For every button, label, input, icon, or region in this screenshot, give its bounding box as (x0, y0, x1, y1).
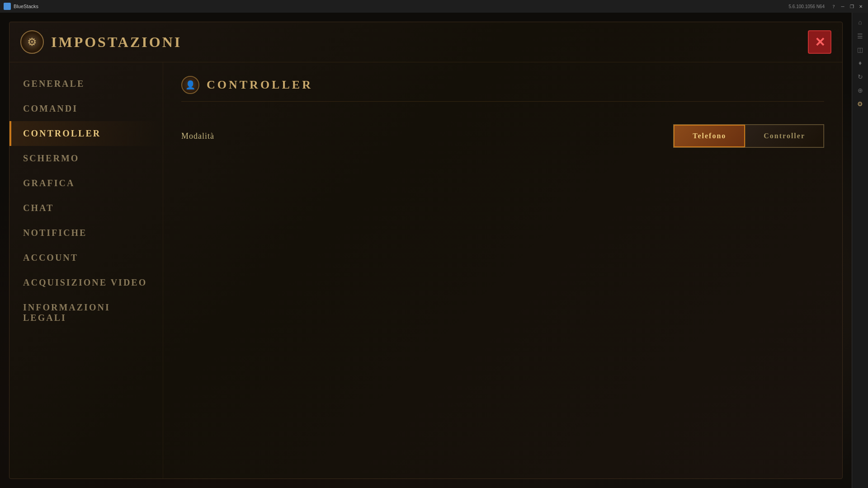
app-icon (4, 3, 11, 10)
game-area: ⚙ IMPOSTAZIONI ✕ GENERALE COMANDI CONTRO… (0, 13, 852, 488)
settings-window: ⚙ IMPOSTAZIONI ✕ GENERALE COMANDI CONTRO… (9, 22, 843, 479)
app-name: BlueStacks (14, 4, 788, 9)
bluestacks-sidebar: ⌂ ☰ ◫ ♦ ↻ ⊕ ⚙ (852, 13, 868, 488)
settings-nav: GENERALE COMANDI CONTROLLER SCHERMO GRAF… (9, 62, 163, 479)
nav-item-generale[interactable]: GENERALE (9, 71, 163, 96)
nav-item-controller[interactable]: CONTROLLER (9, 121, 163, 146)
nav-item-notifiche[interactable]: NOTIFICHE (9, 221, 163, 245)
nav-item-info-legali[interactable]: INFORMAZIONI LEGALI (9, 295, 163, 330)
sidebar-settings-icon[interactable]: ⚙ (854, 98, 867, 110)
gear-icon: ⚙ (20, 30, 44, 54)
close-window-btn[interactable]: ✕ (857, 3, 864, 10)
restore-btn[interactable]: ❐ (848, 3, 855, 10)
nav-item-grafica[interactable]: GRAFICA (9, 171, 163, 196)
settings-content: 👤 CONTROLLER Modalità Telefono Controlle… (163, 62, 842, 479)
sidebar-menu-icon[interactable]: ☰ (854, 30, 867, 42)
minimize-btn[interactable]: ─ (839, 3, 846, 10)
nav-item-comandi[interactable]: COMANDI (9, 96, 163, 121)
sidebar-display-icon[interactable]: ◫ (854, 43, 867, 56)
modality-row: Modalità Telefono Controller (181, 115, 824, 157)
modality-label: Modalità (181, 131, 673, 141)
close-settings-button[interactable]: ✕ (808, 30, 831, 54)
titlebar: BlueStacks 5.6.100.1056 N64 ? ─ ❐ ✕ (0, 0, 868, 13)
help-btn[interactable]: ? (830, 3, 837, 10)
controller-button[interactable]: Controller (745, 125, 824, 147)
nav-item-chat[interactable]: CHAT (9, 196, 163, 221)
nav-item-schermo[interactable]: SCHERMO (9, 146, 163, 171)
mode-button-group: Telefono Controller (673, 124, 824, 148)
sidebar-volume-icon[interactable]: ♦ (854, 57, 867, 70)
settings-icon-container: ⚙ (20, 30, 44, 54)
settings-title: IMPOSTAZIONI (51, 34, 182, 51)
telefono-button[interactable]: Telefono (674, 125, 745, 147)
sidebar-shake-icon[interactable]: ⊕ (854, 84, 867, 97)
settings-body: GENERALE COMANDI CONTROLLER SCHERMO GRAF… (9, 62, 842, 479)
app-version: 5.6.100.1056 N64 (788, 4, 825, 9)
window-controls: ? ─ ❐ ✕ (830, 3, 864, 10)
content-header: 👤 CONTROLLER (181, 76, 824, 102)
settings-header: ⚙ IMPOSTAZIONI ✕ (9, 22, 842, 62)
controller-icon: 👤 (181, 76, 199, 94)
nav-item-account[interactable]: ACCOUNT (9, 245, 163, 270)
sidebar-home-icon[interactable]: ⌂ (854, 16, 867, 29)
content-section-title: CONTROLLER (207, 78, 313, 92)
sidebar-rotate-icon[interactable]: ↻ (854, 70, 867, 83)
nav-item-acquisizione-video[interactable]: ACQUISIZIONE VIDEO (9, 270, 163, 295)
